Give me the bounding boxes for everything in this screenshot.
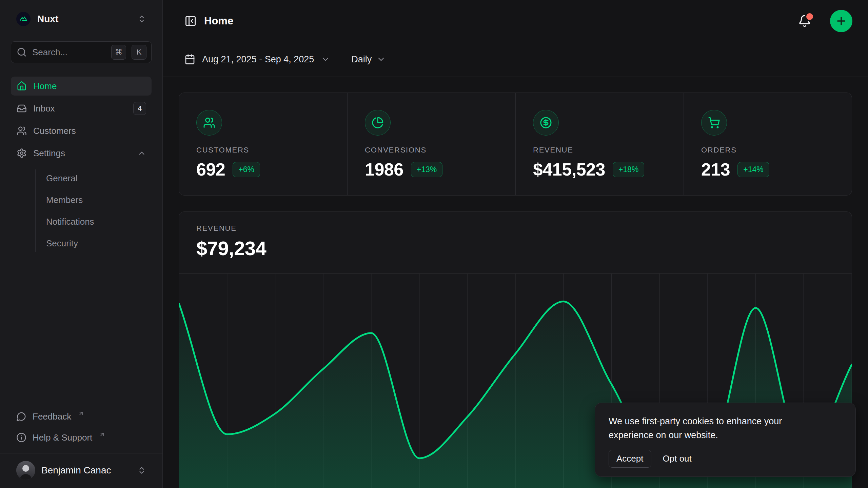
opt-out-button[interactable]: Opt out — [663, 453, 692, 464]
help-support-label: Help & Support — [33, 432, 92, 443]
chevron-down-icon — [376, 55, 386, 64]
sidebar-item-label: Customers — [33, 126, 76, 136]
page-title: Home — [204, 15, 791, 27]
add-button[interactable] — [830, 10, 852, 32]
revenue-chart-label: REVENUE — [196, 224, 852, 233]
granularity-select[interactable]: Daily — [351, 54, 386, 65]
stat-value: 692 — [196, 159, 225, 180]
sidebar-item-customers[interactable]: Customers — [11, 121, 152, 140]
stat-orders[interactable]: ORDERS 213 +14% — [684, 93, 852, 195]
chevron-up-icon — [137, 149, 146, 158]
sidebar-item-notifications[interactable]: Notifications — [46, 211, 141, 232]
inbox-count-badge: 4 — [133, 102, 146, 115]
stat-delta-badge: +6% — [233, 162, 260, 177]
stat-customers[interactable]: CUSTOMERS 692 +6% — [179, 93, 347, 195]
sidebar-nav: Home Inbox 4 Customers Settings — [0, 77, 162, 254]
sidebar-divider — [0, 453, 162, 453]
notifications-button[interactable] — [798, 15, 811, 27]
sidebar-item-settings[interactable]: Settings — [11, 144, 152, 163]
gear-icon — [16, 148, 27, 158]
stats-panel: CUSTOMERS 692 +6% CONVERSIONS 1986 +13% — [179, 93, 852, 196]
stat-delta-badge: +13% — [411, 162, 442, 177]
topbar: Home — [163, 0, 868, 42]
sidebar-item-label: Home — [33, 81, 57, 92]
sidebar-item-inbox[interactable]: Inbox 4 — [11, 99, 152, 118]
kbd-cmd: ⌘ — [111, 45, 126, 60]
calendar-icon — [184, 54, 195, 65]
users-icon — [16, 126, 27, 136]
pie-chart-icon — [365, 110, 391, 136]
sidebar-item-label: Settings — [33, 148, 65, 159]
stat-revenue[interactable]: REVENUE $415,523 +18% — [515, 93, 684, 195]
search-icon — [17, 47, 27, 57]
sidebar-item-home[interactable]: Home — [11, 77, 152, 96]
accept-button[interactable]: Accept — [609, 450, 651, 468]
toolbar: Aug 21, 2025 - Sep 4, 2025 Daily — [163, 42, 868, 77]
panel-left-close-icon[interactable] — [184, 15, 197, 27]
chevrons-up-down-icon — [137, 466, 146, 475]
cookie-banner: We use first-party cookies to enhance yo… — [595, 403, 856, 477]
avatar — [16, 461, 35, 480]
stat-value: 1986 — [365, 159, 403, 180]
settings-subnav: General Members Notifications Security — [22, 167, 141, 254]
inbox-icon — [16, 103, 27, 114]
home-icon — [16, 81, 27, 91]
workspace-name: Nuxt — [37, 14, 131, 24]
kbd-k: K — [132, 45, 146, 60]
stat-value: 213 — [701, 159, 730, 180]
user-name: Benjamin Canac — [41, 465, 131, 476]
sidebar-item-label: Inbox — [33, 103, 55, 114]
stat-delta-badge: +18% — [613, 162, 644, 177]
arrow-up-right-icon — [99, 431, 105, 438]
users-icon — [196, 110, 222, 136]
date-range-label: Aug 21, 2025 - Sep 4, 2025 — [202, 54, 314, 65]
stat-value: $415,523 — [533, 159, 605, 180]
search-box[interactable]: ⌘ K — [11, 41, 152, 63]
shopping-cart-icon — [701, 110, 727, 136]
sidebar-footer: Feedback Help & Support — [0, 407, 162, 453]
stat-label: ORDERS — [701, 146, 838, 155]
feedback-label: Feedback — [33, 411, 71, 422]
sidebar-item-members[interactable]: Members — [46, 189, 141, 211]
message-circle-icon — [16, 411, 26, 422]
stat-label: CONVERSIONS — [365, 146, 502, 155]
plus-icon — [835, 15, 847, 27]
workspace-switcher[interactable]: Nuxt — [11, 8, 152, 30]
date-range-picker[interactable]: Aug 21, 2025 - Sep 4, 2025 — [184, 54, 330, 65]
help-support-link[interactable]: Help & Support — [11, 428, 152, 447]
sidebar: Nuxt ⌘ K Home Inbox 4 — [0, 0, 163, 488]
user-menu[interactable]: Benjamin Canac — [11, 458, 152, 483]
nuxt-logo-icon — [16, 12, 31, 26]
revenue-chart-value: $79,234 — [196, 237, 852, 260]
chevron-down-icon — [321, 55, 330, 64]
dollar-circle-icon — [533, 110, 559, 136]
sidebar-item-security[interactable]: Security — [46, 232, 141, 254]
search-input[interactable] — [32, 47, 106, 58]
stat-delta-badge: +14% — [737, 162, 769, 177]
notification-dot — [806, 13, 813, 20]
stat-label: CUSTOMERS — [196, 146, 334, 155]
info-icon — [16, 432, 26, 443]
stat-label: REVENUE — [533, 146, 670, 155]
stat-conversions[interactable]: CONVERSIONS 1986 +13% — [347, 93, 515, 195]
sidebar-item-general[interactable]: General — [46, 167, 141, 189]
chevrons-up-down-icon — [137, 15, 146, 23]
arrow-up-right-icon — [78, 410, 84, 416]
cookie-message: We use first-party cookies to enhance yo… — [609, 414, 815, 442]
feedback-link[interactable]: Feedback — [11, 407, 152, 426]
granularity-label: Daily — [351, 54, 372, 65]
